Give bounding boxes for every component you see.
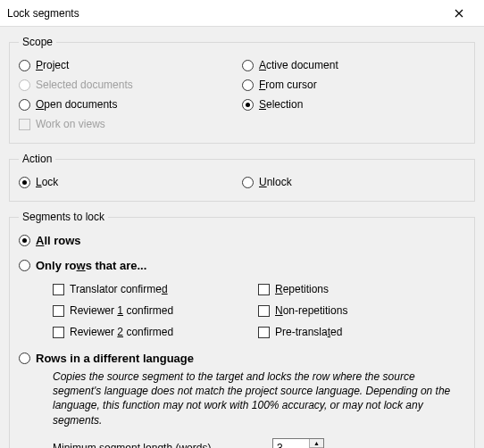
action-group: Action Lock Unlock <box>9 153 475 202</box>
scope-open-documents[interactable]: Open documents <box>19 95 242 114</box>
scope-active-document[interactable]: Active document <box>242 55 465 75</box>
scope-selected-documents-label: Selected documents <box>36 79 133 91</box>
action-legend: Action <box>19 153 55 165</box>
checkbox-icon <box>19 119 30 130</box>
filter-pre-translated[interactable]: Pre-translated <box>258 321 465 343</box>
filter-reviewer1-confirmed[interactable]: Reviewer 1 confirmed <box>53 300 258 321</box>
radio-icon <box>19 177 30 188</box>
filter-repetitions-label: Repetitions <box>275 283 329 295</box>
radio-icon <box>242 60 254 71</box>
action-lock[interactable]: Lock <box>19 172 242 192</box>
min-segment-length-input[interactable] <box>273 439 309 448</box>
filter-reviewer2-confirmed-label: Reviewer 2 confirmed <box>70 326 173 338</box>
checkbox-icon <box>53 284 64 295</box>
checkbox-icon <box>258 327 270 338</box>
scope-work-on-views-label: Work on views <box>36 118 105 130</box>
scope-project[interactable]: Project <box>19 55 242 75</box>
scope-left-col: Project Selected documents Open document… <box>19 55 242 134</box>
scope-group: Scope Project Selected documents Open do… <box>9 36 475 144</box>
scope-right-col: Active document From cursor Selection <box>242 55 465 134</box>
scope-legend: Scope <box>19 36 56 48</box>
filter-repetitions[interactable]: Repetitions <box>258 278 465 300</box>
filter-non-repetitions-label: Non-repetitions <box>275 304 347 317</box>
dialog-content: Scope Project Selected documents Open do… <box>0 27 484 448</box>
radio-icon <box>19 60 30 71</box>
segments-diff-language-description: Copies the source segment to the target … <box>19 368 465 433</box>
filter-translator-confirmed-label: Translator confirmed <box>70 283 168 295</box>
segments-legend: Segments to lock <box>19 211 108 223</box>
scope-work-on-views: Work on views <box>19 114 242 134</box>
checkbox-icon <box>258 305 270 317</box>
checkbox-icon <box>258 284 270 295</box>
filter-reviewer2-confirmed[interactable]: Reviewer 2 confirmed <box>53 321 258 343</box>
scope-open-documents-label: Open documents <box>36 98 117 111</box>
scope-selected-documents: Selected documents <box>19 75 242 95</box>
radio-icon <box>19 99 30 111</box>
scope-selection[interactable]: Selection <box>242 95 465 114</box>
scope-from-cursor[interactable]: From cursor <box>242 75 465 95</box>
min-segment-length-row: Minimum segment length (words) ▲ ▼ <box>19 433 465 448</box>
min-segment-length-label: Minimum segment length (words) <box>53 442 265 448</box>
window-title: Lock segments <box>7 7 441 20</box>
segments-group: Segments to lock All rows Only rows that… <box>9 211 475 448</box>
radio-icon <box>19 235 30 246</box>
action-unlock[interactable]: Unlock <box>242 172 465 192</box>
segments-all-rows-label: All rows <box>36 234 81 247</box>
action-lock-label: Lock <box>36 176 58 188</box>
radio-icon <box>19 260 30 271</box>
scope-active-document-label: Active document <box>259 59 338 71</box>
radio-icon <box>242 79 254 91</box>
checkbox-icon <box>53 327 64 338</box>
scope-selection-label: Selection <box>259 98 303 111</box>
action-unlock-label: Unlock <box>259 176 292 188</box>
titlebar: Lock segments <box>0 0 484 27</box>
filter-reviewer1-confirmed-label: Reviewer 1 confirmed <box>70 304 173 317</box>
radio-icon <box>242 99 254 111</box>
filter-non-repetitions[interactable]: Non-repetitions <box>258 300 465 321</box>
filter-translator-confirmed[interactable]: Translator confirmed <box>53 278 258 300</box>
segments-all-rows[interactable]: All rows <box>19 230 465 250</box>
scope-project-label: Project <box>36 59 69 71</box>
close-icon[interactable] <box>441 0 477 27</box>
min-segment-length-spinner[interactable]: ▲ ▼ <box>272 438 324 448</box>
radio-icon <box>19 353 30 364</box>
segments-only-rows[interactable]: Only rows that are... <box>19 255 465 275</box>
scope-from-cursor-label: From cursor <box>259 79 317 91</box>
filter-pre-translated-label: Pre-translated <box>275 326 342 338</box>
radio-icon <box>19 79 30 91</box>
radio-icon <box>242 177 254 188</box>
segments-diff-language[interactable]: Rows in a different language <box>19 348 465 368</box>
checkbox-icon <box>53 305 64 317</box>
spinner-up-icon[interactable]: ▲ <box>310 439 323 448</box>
segments-diff-language-label: Rows in a different language <box>36 352 194 365</box>
segments-only-rows-label: Only rows that are... <box>36 259 146 272</box>
